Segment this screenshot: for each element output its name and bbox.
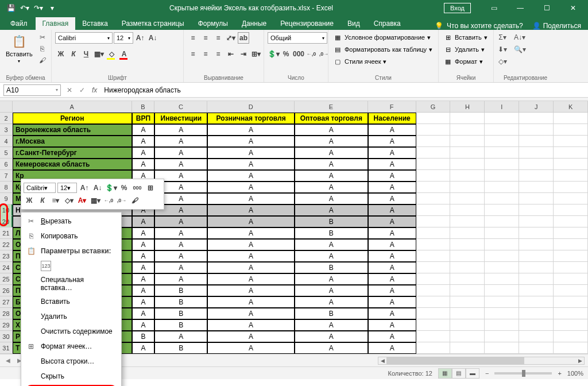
- cell-empty[interactable]: [485, 136, 519, 147]
- sheet-nav-prev-icon[interactable]: ◀: [3, 357, 13, 364]
- mini-format-painter-icon[interactable]: ⊞: [145, 182, 156, 194]
- col-header-D[interactable]: D: [207, 101, 295, 113]
- tab-layout[interactable]: Разметка страницы: [115, 17, 191, 30]
- cell-empty[interactable]: [416, 204, 451, 216]
- wrap-text-icon[interactable]: ab: [238, 32, 249, 44]
- cell-empty[interactable]: [485, 170, 519, 182]
- cell-data[interactable]: A: [132, 159, 155, 170]
- cell-empty[interactable]: [416, 285, 451, 296]
- cell-empty[interactable]: [450, 308, 485, 319]
- cell-empty[interactable]: [519, 113, 554, 124]
- row-header-23[interactable]: 23: [0, 250, 13, 262]
- zoom-out-icon[interactable]: −: [485, 370, 489, 377]
- cell-data[interactable]: A: [368, 227, 416, 239]
- format-painter-icon[interactable]: 🖌: [37, 55, 48, 65]
- row-header-7[interactable]: 7: [0, 170, 13, 182]
- cell-data[interactable]: A: [295, 204, 368, 216]
- mini-italic-button[interactable]: К: [37, 195, 48, 206]
- mini-increase-font-icon[interactable]: A↑: [79, 182, 90, 194]
- menu-hide[interactable]: Скрыть: [21, 369, 121, 384]
- select-all-corner[interactable]: [0, 101, 13, 113]
- row-header-24[interactable]: 24: [0, 262, 13, 273]
- currency-icon[interactable]: 💲▾: [268, 48, 279, 60]
- align-right-icon[interactable]: ≡: [212, 48, 224, 60]
- cell-data[interactable]: A: [207, 182, 295, 193]
- qat-customize-icon[interactable]: ▾: [46, 2, 59, 14]
- cell-empty[interactable]: [519, 147, 554, 159]
- cell-data[interactable]: A: [368, 182, 416, 193]
- cell-empty[interactable]: [554, 193, 588, 204]
- decrease-decimal-icon[interactable]: ,0→: [318, 48, 330, 60]
- borders-icon[interactable]: ▦▾: [93, 48, 105, 60]
- cell-empty[interactable]: [450, 319, 485, 331]
- mini-border-icon[interactable]: ≡▾: [50, 195, 61, 206]
- cell-empty[interactable]: [485, 342, 519, 354]
- cell-data[interactable]: B: [295, 308, 368, 319]
- cancel-formula-icon[interactable]: ✕: [63, 84, 76, 96]
- tab-view[interactable]: Вид: [341, 17, 367, 30]
- col-header-H[interactable]: H: [450, 101, 485, 113]
- cell-empty[interactable]: [554, 170, 588, 182]
- cell-data[interactable]: A: [295, 124, 368, 136]
- cell-empty[interactable]: [485, 308, 519, 319]
- col-header-B[interactable]: B: [132, 101, 155, 113]
- menu-paste-special[interactable]: Специальная вставка…: [21, 273, 121, 294]
- cell-data[interactable]: A: [207, 159, 295, 170]
- cell-empty[interactable]: [485, 273, 519, 285]
- cell-empty[interactable]: [554, 227, 588, 239]
- cell-data[interactable]: A: [368, 250, 416, 262]
- cell-data[interactable]: A: [207, 239, 295, 250]
- cell-data[interactable]: A: [295, 319, 368, 331]
- cell-empty[interactable]: [485, 216, 519, 227]
- cell-empty[interactable]: [416, 342, 451, 354]
- decrease-font-icon[interactable]: A↓: [147, 32, 158, 44]
- row-header-6[interactable]: 6: [0, 159, 13, 170]
- cell-data[interactable]: B: [154, 308, 207, 319]
- row-header-8[interactable]: 8: [0, 182, 13, 193]
- cell-empty[interactable]: [519, 250, 554, 262]
- cell-empty[interactable]: [416, 136, 451, 147]
- cell-data[interactable]: A: [132, 308, 155, 319]
- cell-data[interactable]: A: [368, 136, 416, 147]
- cell-data[interactable]: A: [295, 239, 368, 250]
- header-cell[interactable]: Розничная торговля: [207, 113, 295, 124]
- horizontal-scrollbar[interactable]: ◀ ▶: [378, 357, 585, 365]
- cell-data[interactable]: A: [295, 193, 368, 204]
- cell-data[interactable]: A: [132, 296, 155, 308]
- zoom-in-icon[interactable]: +: [558, 370, 561, 377]
- increase-font-icon[interactable]: A↑: [134, 32, 146, 44]
- cell-data[interactable]: A: [207, 204, 295, 216]
- close-icon[interactable]: ✕: [560, 0, 586, 16]
- cell-data[interactable]: A: [295, 170, 368, 182]
- cell-data[interactable]: A: [368, 124, 416, 136]
- cell-empty[interactable]: [416, 147, 451, 159]
- cell-data[interactable]: A: [207, 216, 295, 227]
- cell-data[interactable]: A: [132, 319, 155, 331]
- cell-empty[interactable]: [554, 239, 588, 250]
- cell-data[interactable]: A: [207, 124, 295, 136]
- merge-icon[interactable]: ⊞▾: [250, 48, 262, 60]
- maximize-icon[interactable]: ☐: [534, 0, 559, 16]
- cell-data[interactable]: A: [295, 136, 368, 147]
- cell-region[interactable]: Кемеровская область: [13, 159, 132, 170]
- mini-fill-icon[interactable]: ◇▾: [63, 195, 75, 206]
- cell-empty[interactable]: [519, 204, 554, 216]
- underline-button[interactable]: Ч: [80, 48, 92, 60]
- cell-data[interactable]: B: [295, 216, 368, 227]
- align-bottom-icon[interactable]: ≡: [212, 32, 224, 44]
- cell-empty[interactable]: [416, 296, 451, 308]
- cell-empty[interactable]: [554, 250, 588, 262]
- fill-color-icon[interactable]: ◇: [106, 48, 117, 60]
- sort-filter-icon[interactable]: A↓▾: [512, 32, 527, 43]
- cell-empty[interactable]: [450, 331, 485, 342]
- menu-row-height[interactable]: Высота строки…: [21, 354, 121, 369]
- cell-empty[interactable]: [450, 285, 485, 296]
- menu-copy[interactable]: ⎘Копировать: [21, 229, 121, 244]
- cell-data[interactable]: A: [368, 331, 416, 342]
- cell-data[interactable]: B: [154, 296, 207, 308]
- clear-icon[interactable]: ◇▾: [497, 56, 508, 67]
- decrease-indent-icon[interactable]: ⇤: [225, 48, 237, 60]
- cell-empty[interactable]: [416, 193, 451, 204]
- tab-file[interactable]: Файл: [2, 17, 36, 30]
- cell-empty[interactable]: [554, 331, 588, 342]
